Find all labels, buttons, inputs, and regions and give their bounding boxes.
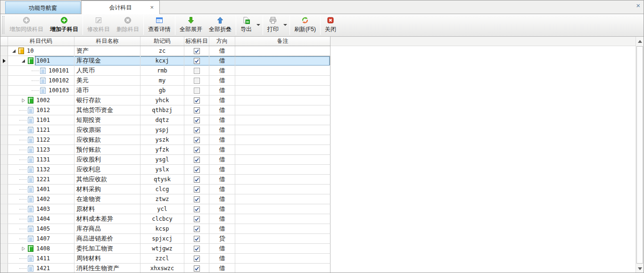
- toolbar-button-details[interactable]: 查看详情: [145, 15, 174, 35]
- checkbox-checked-icon[interactable]: [194, 127, 200, 133]
- direction-cell: 借: [209, 214, 235, 224]
- toolbar-button-add-sibling[interactable]: 增加同级科目: [6, 15, 47, 35]
- table-row[interactable]: 1404材料成本差异clcbcy借: [0, 214, 330, 224]
- mnemonic-code: wtjgwz: [152, 245, 172, 252]
- toolbar-button-collapse-all[interactable]: 全部折叠: [206, 15, 235, 35]
- table-row[interactable]: 1122应收账款yszk借: [0, 135, 330, 145]
- dropdown-arrow-icon[interactable]: [255, 15, 262, 35]
- checkbox-checked-icon[interactable]: [194, 107, 200, 113]
- checkbox-checked-icon[interactable]: [194, 226, 200, 232]
- checkbox-checked-icon[interactable]: [194, 186, 200, 193]
- remark-cell: [235, 194, 330, 204]
- tree-collapsed-icon[interactable]: [19, 96, 27, 105]
- checkbox-unchecked-icon[interactable]: [194, 68, 200, 74]
- table-row[interactable]: 1132应收利息yslx借: [0, 165, 330, 175]
- toolbar-button-refresh[interactable]: 刷新(F5): [291, 15, 319, 35]
- tree-connector-line: [19, 169, 27, 170]
- standard-subject-cell: [184, 56, 209, 66]
- ledger-yellow-icon: [17, 47, 25, 55]
- scrollbar-thumb[interactable]: [636, 46, 643, 264]
- header-remark[interactable]: 备注: [235, 37, 330, 46]
- tab-accounting-subjects[interactable]: 会计科目 ×: [81, 0, 160, 14]
- toolbar-button-edit[interactable]: 修改科目: [84, 15, 113, 35]
- table-row[interactable]: 1001库存现金kcxj借: [0, 56, 330, 66]
- tab-close-icon[interactable]: ×: [150, 4, 154, 10]
- direction-cell: 借: [209, 115, 235, 125]
- subject-name-cell: 在途物资: [74, 194, 140, 204]
- checkbox-checked-icon[interactable]: [194, 196, 200, 202]
- checkbox-checked-icon[interactable]: [194, 246, 200, 252]
- table-row[interactable]: 1002银行存款yhck借: [0, 96, 330, 105]
- table-row[interactable]: 1402在途物资ztwz借: [0, 194, 330, 204]
- subject-code: 1421: [36, 265, 50, 272]
- window-close-icon[interactable]: ×: [636, 1, 640, 9]
- table-row[interactable]: 1101短期投资dqtz借: [0, 115, 330, 125]
- header-subject-code[interactable]: 科目代码: [8, 37, 74, 46]
- tree-expanded-icon[interactable]: [10, 46, 17, 56]
- table-row[interactable]: 1421消耗性生物资产xhxswzc借: [0, 264, 330, 273]
- checkbox-checked-icon[interactable]: [194, 206, 200, 212]
- checkbox-checked-icon[interactable]: [194, 177, 200, 183]
- mnemonic-cell: kcsp: [140, 224, 184, 234]
- checkbox-checked-icon[interactable]: [194, 137, 200, 143]
- table-row[interactable]: 1012其他货币资金qthbzj借: [0, 105, 330, 115]
- table-row[interactable]: 100102美元my借: [0, 76, 330, 86]
- checkbox-checked-icon[interactable]: [194, 58, 200, 64]
- checkbox-checked-icon[interactable]: [194, 117, 200, 123]
- checkbox-checked-icon[interactable]: [194, 265, 200, 272]
- toolbar-button-export[interactable]: 导出: [237, 15, 255, 35]
- header-mnemonic[interactable]: 助记码: [140, 37, 184, 46]
- toolbar-button-add-child[interactable]: 增加子科目: [47, 15, 82, 35]
- table-row[interactable]: 1221其他应收款qtysk借: [0, 175, 330, 185]
- direction-value: 借: [219, 76, 225, 85]
- checkbox-checked-icon[interactable]: [194, 147, 200, 153]
- table-row[interactable]: 10资产zc借: [0, 46, 330, 56]
- table-row[interactable]: 1403原材料ycl借: [0, 204, 330, 214]
- tree-collapsed-icon[interactable]: [19, 244, 27, 253]
- table-row[interactable]: 1411周转材料zzcl借: [0, 254, 330, 264]
- toolbar-button-expand-all[interactable]: 全部展开: [176, 15, 206, 35]
- checkbox-unchecked-icon[interactable]: [194, 78, 200, 84]
- header-subject-name[interactable]: 科目名称: [74, 37, 140, 46]
- tab-function-navigation[interactable]: 功能导航窗: [5, 1, 81, 14]
- checkbox-unchecked-icon[interactable]: [194, 88, 200, 94]
- table-row[interactable]: 1405库存商品kcsp借: [0, 224, 330, 234]
- mnemonic-code: yslx: [156, 166, 169, 173]
- tab-label: 会计科目: [109, 4, 132, 12]
- standard-subject-cell: [184, 254, 209, 264]
- note-icon: [27, 136, 34, 144]
- checkbox-checked-icon[interactable]: [194, 236, 200, 242]
- table-row[interactable]: 1121应收票据yspj借: [0, 125, 330, 135]
- table-row[interactable]: 1131应收股利ysgl借: [0, 155, 330, 165]
- dropdown-arrow-icon[interactable]: [282, 15, 289, 35]
- table-row[interactable]: 100101人民币rmb借: [0, 66, 330, 76]
- checkbox-checked-icon[interactable]: [194, 97, 200, 104]
- table-row[interactable]: 1123预付账款yfzk借: [0, 145, 330, 155]
- toolbar-button-print[interactable]: 打印: [264, 15, 282, 35]
- checkbox-checked-icon[interactable]: [194, 157, 200, 163]
- subject-name-cell: 库存商品: [74, 224, 140, 234]
- subject-code: 1402: [36, 196, 50, 202]
- subject-name: 委托加工物资: [76, 244, 113, 253]
- mnemonic-cell: wtjgwz: [140, 244, 184, 254]
- header-direction[interactable]: 方向: [209, 37, 235, 46]
- subject-name-cell: 资产: [74, 46, 140, 56]
- table-row[interactable]: 100103港币gb借: [0, 86, 330, 96]
- checkbox-checked-icon[interactable]: [194, 167, 200, 173]
- note-icon: [27, 215, 34, 223]
- checkbox-checked-icon[interactable]: [194, 216, 200, 222]
- table-row[interactable]: 1407商品进销差价spjxcj贷: [0, 234, 330, 244]
- toolbar-button-delete[interactable]: 删除科目: [113, 15, 142, 35]
- remark-cell: [235, 204, 330, 214]
- toolbar-button-close[interactable]: 关闭: [322, 15, 339, 35]
- table-row[interactable]: 1401材料采购clcg借: [0, 185, 330, 194]
- checkbox-checked-icon[interactable]: [194, 48, 200, 54]
- scroll-down-icon[interactable]: [636, 265, 644, 273]
- table-row[interactable]: 1408委托加工物资wtjgwz借: [0, 244, 330, 254]
- vertical-scrollbar[interactable]: [636, 37, 644, 273]
- header-standard[interactable]: 标准科目: [184, 37, 209, 46]
- scroll-up-icon[interactable]: [636, 37, 644, 45]
- checkbox-checked-icon[interactable]: [194, 256, 200, 262]
- toolbar-grip-handle[interactable]: [2, 16, 4, 34]
- tree-expanded-icon[interactable]: [19, 56, 27, 65]
